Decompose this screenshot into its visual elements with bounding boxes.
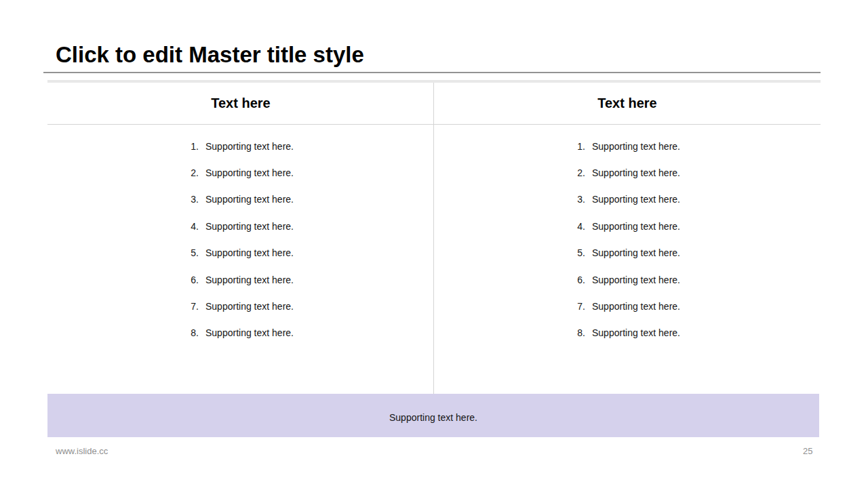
banner-text[interactable]: Supporting text here. xyxy=(389,412,477,423)
list-item[interactable]: 8.Supporting text here. xyxy=(574,320,680,346)
title-underline xyxy=(43,72,821,73)
list-item[interactable]: 5.Supporting text here. xyxy=(574,240,680,266)
list-item[interactable]: 1.Supporting text here. xyxy=(188,133,294,159)
list-item-number: 2. xyxy=(188,167,199,178)
list-item[interactable]: 7.Supporting text here. xyxy=(188,293,294,319)
list-item-text: Supporting text here. xyxy=(205,167,294,178)
list-item-text: Supporting text here. xyxy=(592,274,680,285)
list-item-number: 3. xyxy=(574,194,585,205)
list-item-number: 4. xyxy=(574,221,585,232)
numbered-list: 1.Supporting text here.2.Supporting text… xyxy=(434,125,821,346)
list-item[interactable]: 2.Supporting text here. xyxy=(188,159,294,186)
slide-canvas: { "slide": { "title": "Click to edit Mas… xyxy=(0,0,868,488)
table-column-left: Text here 1.Supporting text here.2.Suppo… xyxy=(47,83,434,394)
table-column-right: Text here 1.Supporting text here.2.Suppo… xyxy=(434,83,821,394)
list-item-text: Supporting text here. xyxy=(592,301,680,312)
list-item[interactable]: 7.Supporting text here. xyxy=(574,293,680,319)
numbered-list: 1.Supporting text here.2.Supporting text… xyxy=(47,125,434,346)
banner: Supporting text here. xyxy=(47,394,819,437)
list-item[interactable]: 3.Supporting text here. xyxy=(188,186,294,213)
column-header[interactable]: Text here xyxy=(434,83,821,124)
list-item[interactable]: 4.Supporting text here. xyxy=(574,213,680,239)
list-item-text: Supporting text here. xyxy=(592,221,680,232)
list-item-number: 5. xyxy=(188,247,199,258)
slide-title[interactable]: Click to edit Master title style xyxy=(56,41,364,68)
list-item-text: Supporting text here. xyxy=(592,247,680,258)
list-item-number: 7. xyxy=(574,301,585,312)
list-item-number: 3. xyxy=(188,194,199,205)
slide-page-number: 25 xyxy=(803,446,812,456)
list-item-number: 1. xyxy=(188,141,199,152)
list-item-text: Supporting text here. xyxy=(592,167,680,178)
list-item-number: 8. xyxy=(574,327,585,338)
list-item[interactable]: 2.Supporting text here. xyxy=(574,159,680,186)
list-item[interactable]: 3.Supporting text here. xyxy=(574,186,680,213)
list-item-text: Supporting text here. xyxy=(205,301,294,312)
list-item-number: 7. xyxy=(188,301,199,312)
column-header[interactable]: Text here xyxy=(47,83,434,124)
list-item-text: Supporting text here. xyxy=(205,141,294,152)
list-item-number: 5. xyxy=(574,247,585,258)
list-item-text: Supporting text here. xyxy=(205,221,294,232)
list-item-number: 1. xyxy=(574,141,585,152)
list-item[interactable]: 1.Supporting text here. xyxy=(574,133,680,159)
list-item-text: Supporting text here. xyxy=(592,141,680,152)
list-item-text: Supporting text here. xyxy=(205,274,294,285)
list-item-number: 2. xyxy=(574,167,585,178)
list-item[interactable]: 6.Supporting text here. xyxy=(574,266,680,293)
list-item-text: Supporting text here. xyxy=(592,194,680,205)
list-item[interactable]: 4.Supporting text here. xyxy=(188,213,294,239)
list-item-number: 6. xyxy=(188,274,199,285)
list-item[interactable]: 8.Supporting text here. xyxy=(188,320,294,346)
list-item-number: 8. xyxy=(188,327,199,338)
footer-website: www.islide.cc xyxy=(56,446,108,456)
list-item[interactable]: 5.Supporting text here. xyxy=(188,240,294,266)
list-item-number: 6. xyxy=(574,274,585,285)
list-item-text: Supporting text here. xyxy=(205,194,294,205)
list-item-text: Supporting text here. xyxy=(592,327,680,338)
list-item-text: Supporting text here. xyxy=(205,247,294,258)
list-item[interactable]: 6.Supporting text here. xyxy=(188,266,294,293)
list-item-text: Supporting text here. xyxy=(205,327,294,338)
list-item-number: 4. xyxy=(188,221,199,232)
